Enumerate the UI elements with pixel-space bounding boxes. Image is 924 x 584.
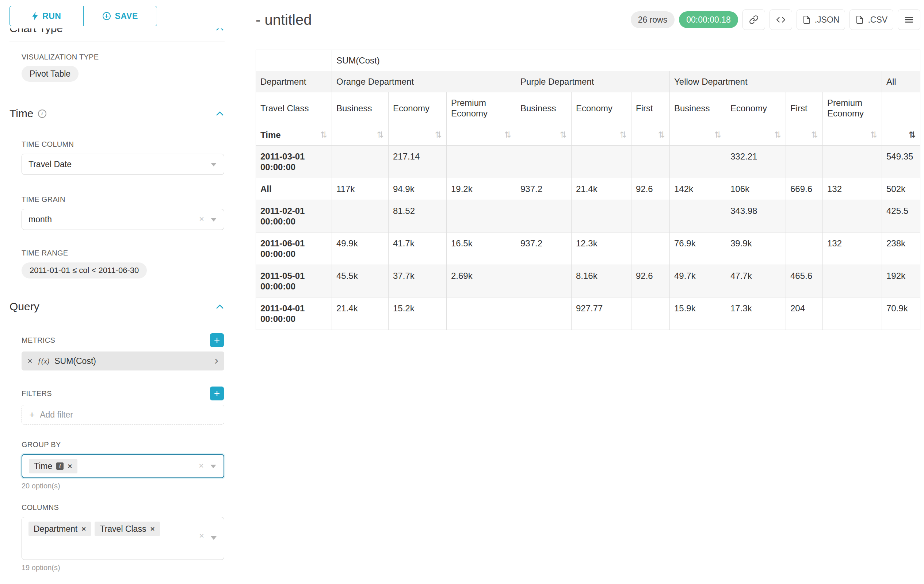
sort-descending-active-icon[interactable]: ⇅ xyxy=(909,130,916,140)
sort-icon[interactable]: ⇅ xyxy=(714,130,721,140)
cell-value xyxy=(332,200,389,232)
add-metric-button[interactable]: + xyxy=(210,333,224,347)
export-json-label: .JSON xyxy=(815,15,840,25)
time-section-header[interactable]: Time i xyxy=(0,107,236,120)
group-by-select[interactable]: Timei× × xyxy=(21,454,224,478)
cell-value: 217.14 xyxy=(389,146,447,178)
cell-value: 94.9k xyxy=(389,178,447,200)
cell-value: 204 xyxy=(786,298,823,330)
export-json-button[interactable]: .JSON xyxy=(797,10,845,30)
query-section-header[interactable]: Query xyxy=(0,300,236,313)
pivot-data-row: 2011-05-01 00:00:0045.5k37.7k2.69k8.16k9… xyxy=(256,265,920,298)
sort-icon[interactable]: ⇅ xyxy=(774,130,781,140)
metrics-label: METRICS xyxy=(21,336,55,345)
sort-icon[interactable]: ⇅ xyxy=(620,130,627,140)
columns-chips: Department×Travel Class× xyxy=(28,521,160,536)
selected-option-chip[interactable]: Department× xyxy=(28,521,91,536)
cell-value: 49.7k xyxy=(670,265,726,298)
add-filter-field[interactable]: + Add filter xyxy=(21,405,224,424)
sort-header-cell: ⇅ xyxy=(670,124,726,146)
chart-type-heading: Chart Type xyxy=(10,28,63,35)
clear-icon[interactable]: × xyxy=(199,461,204,471)
cell-value: 8.16k xyxy=(572,265,632,298)
remove-chip-icon[interactable]: × xyxy=(68,462,72,470)
hamburger-menu-icon xyxy=(904,15,914,25)
cell-value: 92.6 xyxy=(632,265,670,298)
chevron-up-icon[interactable] xyxy=(216,111,224,116)
sort-header-cell: ⇅ xyxy=(516,124,572,146)
filters-label: FILTERS xyxy=(21,390,52,398)
save-button[interactable]: SAVE xyxy=(83,6,157,26)
sort-header-cell: ⇅ xyxy=(389,124,447,146)
selected-option-chip[interactable]: Travel Class× xyxy=(95,521,160,536)
control-panel-sidebar: RUN SAVE Chart Type VISUALIZATION TYPE P… xyxy=(0,0,236,584)
cell-value xyxy=(447,298,516,330)
time-range-value[interactable]: 2011-01-01 ≤ col < 2011-06-30 xyxy=(21,262,147,278)
sort-icon[interactable]: ⇅ xyxy=(504,130,511,140)
cell-value xyxy=(447,146,516,178)
cell-value: 45.5k xyxy=(332,265,389,298)
time-grain-select[interactable]: month × xyxy=(21,209,224,230)
chart-menu-button[interactable] xyxy=(898,10,920,30)
sort-icon[interactable]: ⇅ xyxy=(811,130,818,140)
pivot-data-row: 2011-04-01 00:00:0021.4k15.2k927.7715.9k… xyxy=(256,298,920,330)
time-range-label: TIME RANGE xyxy=(21,249,224,257)
run-button-label: RUN xyxy=(42,12,61,21)
add-filter-placeholder: Add filter xyxy=(40,410,73,420)
sort-icon[interactable]: ⇅ xyxy=(870,130,877,140)
group-by-chips: Timei× xyxy=(29,459,78,474)
code-icon xyxy=(776,15,785,25)
run-button[interactable]: RUN xyxy=(10,6,83,26)
columns-select[interactable]: Department×Travel Class× × xyxy=(21,517,224,560)
travel-class-column-header: Economy xyxy=(726,92,786,124)
cell-value: 332.21 xyxy=(726,146,786,178)
cell-value: 76.9k xyxy=(670,232,726,265)
view-query-button[interactable] xyxy=(769,10,792,30)
remove-chip-icon[interactable]: × xyxy=(150,525,155,533)
pivot-data-row: 2011-06-01 00:00:0049.9k41.7k16.5k937.21… xyxy=(256,232,920,265)
pivot-head: SUM(Cost)DepartmentOrange DepartmentPurp… xyxy=(256,50,920,146)
chart-type-section-header[interactable]: Chart Type xyxy=(10,28,224,36)
cell-value xyxy=(823,200,882,232)
add-filter-button[interactable]: + xyxy=(210,387,224,400)
sort-icon[interactable]: ⇅ xyxy=(320,130,327,140)
chip-label: Time xyxy=(34,461,52,471)
travel-class-column-header: Economy xyxy=(572,92,632,124)
export-csv-button[interactable]: .CSV xyxy=(850,10,893,30)
sort-icon[interactable]: ⇅ xyxy=(560,130,567,140)
cell-value: 49.9k xyxy=(332,232,389,265)
department-dimension-header: Department xyxy=(256,71,332,92)
sort-header-cell: ⇅ xyxy=(823,124,882,146)
chevron-down-icon xyxy=(211,218,216,222)
chevron-up-icon[interactable] xyxy=(216,304,224,309)
cell-value: 132 xyxy=(823,178,882,200)
cell-value: 343.98 xyxy=(726,200,786,232)
chevron-up-icon xyxy=(216,28,224,31)
remove-chip-icon[interactable]: × xyxy=(81,525,86,533)
sort-icon[interactable]: ⇅ xyxy=(377,130,384,140)
chart-panel: - untitled 26 rows 00:00:00.18 .JSON .CS… xyxy=(236,0,924,584)
time-column-select[interactable]: Travel Date xyxy=(21,154,224,175)
cell-value: 15.2k xyxy=(389,298,447,330)
metric-label: SUM(Cost) xyxy=(54,356,96,366)
chevron-down-icon xyxy=(210,465,216,468)
sort-icon[interactable]: ⇅ xyxy=(435,130,442,140)
clear-icon[interactable]: × xyxy=(199,214,204,224)
visualization-type-value[interactable]: Pivot Table xyxy=(21,66,79,82)
metric-item[interactable]: × ƒ(x) SUM(Cost) › xyxy=(21,352,224,370)
cell-value: 92.6 xyxy=(632,178,670,200)
cell-value xyxy=(823,298,882,330)
cell-value: 937.2 xyxy=(516,178,572,200)
time-grain-label: TIME GRAIN xyxy=(21,195,224,204)
sort-icon[interactable]: ⇅ xyxy=(658,130,665,140)
clear-icon[interactable]: × xyxy=(199,531,204,541)
chevron-right-icon: › xyxy=(214,360,218,362)
row-label: 2011-03-01 00:00:00 xyxy=(256,146,332,178)
cell-value xyxy=(572,146,632,178)
share-link-button[interactable] xyxy=(742,10,765,30)
remove-metric-icon[interactable]: × xyxy=(27,356,33,366)
row-count-badge: 26 rows xyxy=(631,12,675,28)
travel-class-column-header: Premium Economy xyxy=(823,92,882,124)
selected-option-chip[interactable]: Timei× xyxy=(29,459,78,474)
columns-options-hint: 19 option(s) xyxy=(21,564,224,572)
